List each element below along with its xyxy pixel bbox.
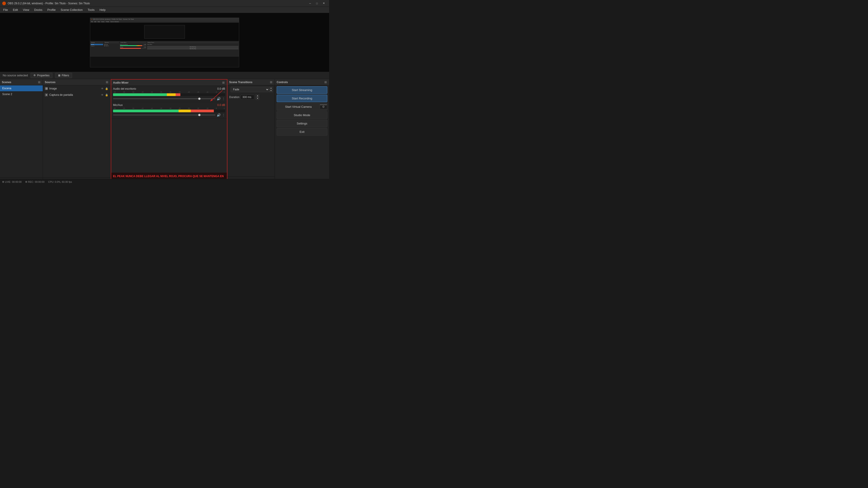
volume-slider-mic[interactable] xyxy=(113,115,215,116)
scene-transitions-header: Scene Transitions ⊞ xyxy=(227,79,275,86)
menu-file[interactable]: File xyxy=(1,7,10,12)
source-visibility-toggle[interactable]: 👁 xyxy=(100,87,104,91)
panels-area: Scenes ⊞ Escena Scene 2 + − ⊡ ▲ ▼ Source… xyxy=(0,79,329,184)
virtual-camera-settings-button[interactable]: ⚙ xyxy=(320,105,327,109)
audio-channel-mic-db: 0.0 dB xyxy=(217,103,225,107)
audio-annotation-text: EL PEAK NUNCA DEBE LLEGAR AL NIVEL ROJO,… xyxy=(113,175,224,177)
menu-edit[interactable]: Edit xyxy=(11,7,20,12)
source-item-image-label: Image xyxy=(49,87,57,90)
duration-stepper-up[interactable]: ▲ xyxy=(256,94,259,97)
controls-title: Controls xyxy=(277,80,288,84)
audio-channel-escritorio-header: Audio del escritorio 0.0 dB xyxy=(113,87,225,90)
thumb-topbar: ● OBS 29.0.2 (64-bit, windows) - Profile… xyxy=(90,18,239,21)
image-icon: 🖼 xyxy=(45,87,48,90)
duration-stepper-down[interactable]: ▼ xyxy=(256,97,259,100)
obs-icon xyxy=(2,2,6,5)
status-live: LIVE: 00:00:00 xyxy=(2,181,22,183)
rec-label: REC: xyxy=(28,181,34,183)
scene-transitions-panel: Scene Transitions ⊞ Fade Cut Swipe Slide… xyxy=(227,79,275,184)
filters-label: Filters xyxy=(62,74,69,77)
meter-red-mic xyxy=(113,109,214,112)
close-button[interactable]: ✕ xyxy=(320,1,327,6)
scenes-list: Escena Scene 2 xyxy=(0,86,43,177)
scene-item-scene2[interactable]: Scene 2 xyxy=(0,91,43,97)
transition-stepper-up[interactable]: ▲ xyxy=(269,87,273,90)
start-virtual-camera-button[interactable]: Start Virtual Camera xyxy=(277,103,320,110)
menu-help[interactable]: Help xyxy=(97,7,108,12)
source-captura-controls: 👁 🔒 xyxy=(100,93,109,97)
controls-options[interactable]: ⊞ xyxy=(324,80,327,84)
titlebar-title: OBS 29.0.2 (64-bit, windows) - Profile: … xyxy=(8,2,90,5)
menu-profile[interactable]: Profile xyxy=(45,7,58,12)
duration-row: Duration ▲ ▼ xyxy=(227,94,275,101)
scenes-title: Scenes xyxy=(2,80,11,84)
preview-area: ● OBS 29.0.2 (64-bit, windows) - Profile… xyxy=(0,13,329,72)
channel-options-escritorio[interactable]: ⋮ xyxy=(222,97,225,101)
audio-meter-ticks-2: -60-55-50-45-40-35-30-25-20-15-10-50 xyxy=(113,107,225,109)
source-item-image[interactable]: 🖼 Image 👁 🔒 xyxy=(43,86,111,92)
filter-icon: ▦ xyxy=(58,74,60,77)
statusbar: LIVE: 00:00:00 REC: 00:00:00 CPU: 0.0%, … xyxy=(0,179,329,184)
scenes-panel-header: Scenes ⊞ xyxy=(0,79,43,86)
settings-label: Settings xyxy=(297,122,307,125)
audio-controls-mic: 🔊 ⋮ xyxy=(113,113,225,117)
live-time: 00:00:00 xyxy=(12,181,22,183)
menu-tools[interactable]: Tools xyxy=(86,7,97,12)
sources-panel: Sources ⊞ 🖼 Image 👁 🔒 🖥 Captura de panta… xyxy=(43,79,111,184)
scenes-panel: Scenes ⊞ Escena Scene 2 + − ⊡ ▲ ▼ xyxy=(0,79,43,184)
audio-channel-escritorio-name: Audio del escritorio xyxy=(113,87,136,90)
audio-mixer-header: Audio Mixer ⊞ xyxy=(111,79,227,86)
scenes-panel-options[interactable]: ⊞ xyxy=(37,80,41,84)
minimize-button[interactable]: ─ xyxy=(307,1,313,6)
filters-button[interactable]: ▦ Filters xyxy=(55,73,72,78)
transition-select[interactable]: Fade Cut Swipe Slide Stinger Luma Wipe xyxy=(230,87,269,92)
controls-header: Controls ⊞ xyxy=(275,79,329,86)
maximize-button[interactable]: □ xyxy=(314,1,320,6)
transition-stepper-down[interactable]: ▼ xyxy=(269,90,273,92)
start-recording-button[interactable]: Start Recording xyxy=(277,95,327,102)
channel-options-mic[interactable]: ⋮ xyxy=(222,113,225,117)
duration-label: Duration xyxy=(229,96,239,99)
source-captura-lock-toggle[interactable]: 🔒 xyxy=(105,93,109,97)
status-rec: REC: 00:00:00 xyxy=(25,181,44,183)
arrow-annotation xyxy=(204,90,222,104)
sources-panel-header: Sources ⊞ xyxy=(43,79,111,86)
menu-scene-collection[interactable]: Scene Collection xyxy=(58,7,85,12)
scene-transitions-content: Fade Cut Swipe Slide Stinger Luma Wipe ▲… xyxy=(227,86,275,176)
start-streaming-label: Start Streaming xyxy=(292,88,312,92)
sources-title: Sources xyxy=(45,80,55,84)
titlebar-left: OBS 29.0.2 (64-bit, windows) - Profile: … xyxy=(2,2,90,5)
studio-mode-label: Studio Mode xyxy=(294,113,310,117)
audio-meter-mic xyxy=(113,109,225,112)
scene-item-escena[interactable]: Escena xyxy=(0,86,43,91)
preview-thumbnail: ● OBS 29.0.2 (64-bit, windows) - Profile… xyxy=(90,18,239,67)
status-cpu: CPU: 0.0%, 60.00 fps xyxy=(48,181,72,183)
meter-empty-mic xyxy=(214,109,225,112)
settings-button[interactable]: Settings xyxy=(277,120,327,127)
gear-icon: ⚙ xyxy=(33,74,36,77)
audio-mixer-options[interactable]: ⊞ xyxy=(222,80,225,85)
properties-button[interactable]: ⚙ Properties xyxy=(31,73,53,78)
mute-button-mic[interactable]: 🔊 xyxy=(217,113,221,117)
cpu-label: CPU: 0.0%, 60.00 fps xyxy=(48,181,72,183)
duration-input[interactable] xyxy=(241,95,254,100)
menu-view[interactable]: View xyxy=(21,7,31,12)
audio-channel-mic-name: Mic/Aux xyxy=(113,103,123,107)
source-captura-visibility-toggle[interactable]: 👁 xyxy=(100,93,104,97)
menu-docks[interactable]: Docks xyxy=(32,7,44,12)
exit-button[interactable]: Exit xyxy=(277,128,327,135)
scene-transitions-options[interactable]: ⊞ xyxy=(270,80,273,84)
audio-channel-escritorio-db: 0.0 dB xyxy=(217,87,225,90)
start-streaming-button[interactable]: Start Streaming xyxy=(277,86,327,94)
volume-slider-escritorio[interactable] xyxy=(113,98,215,99)
sources-panel-options[interactable]: ⊞ xyxy=(105,80,109,84)
source-lock-toggle[interactable]: 🔒 xyxy=(105,87,109,91)
source-item-captura-label: Captura de pantalla xyxy=(49,93,73,96)
source-item-captura[interactable]: 🖥 Captura de pantalla 👁 🔒 xyxy=(43,92,111,98)
audio-channel-mic: Mic/Aux 0.0 dB -60-55-50-45-40-35-30-25-… xyxy=(111,102,227,119)
properties-label: Properties xyxy=(37,74,50,77)
start-recording-label: Start Recording xyxy=(292,97,312,100)
studio-mode-button[interactable]: Studio Mode xyxy=(277,111,327,119)
scene-transitions-title: Scene Transitions xyxy=(229,80,252,84)
source-label-bar: No source selected ⚙ Properties ▦ Filter… xyxy=(0,72,329,79)
